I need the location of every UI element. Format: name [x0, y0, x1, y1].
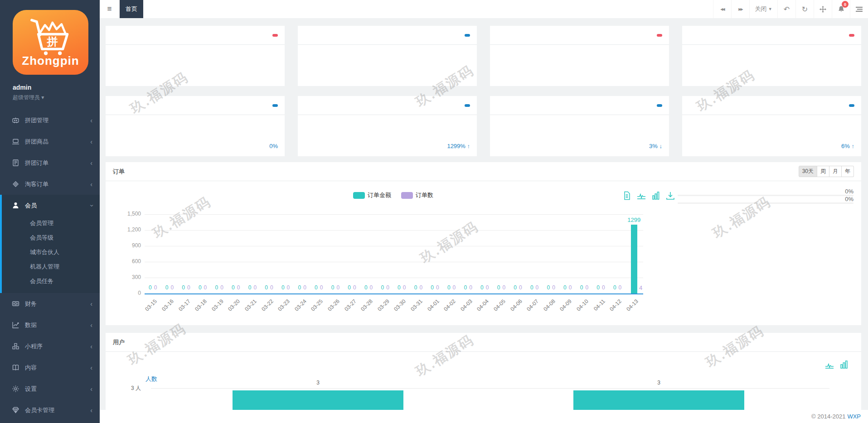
bar-value-labels: 00	[281, 284, 290, 291]
legend-item-订单金额[interactable]: 订单金额	[353, 191, 391, 199]
stat-card-0	[106, 26, 285, 86]
line-chart-toggle-icon[interactable]	[825, 360, 834, 369]
sidebar-subitem-机器人管理[interactable]: 机器人管理	[2, 260, 100, 274]
switch-line-icon[interactable]	[637, 191, 646, 200]
chevron-left-icon: ‹	[90, 322, 92, 329]
chart-toolbox	[622, 191, 675, 200]
legend-label: 订单金额	[368, 191, 391, 199]
user-panel-title: 用户	[113, 338, 125, 346]
move-arrows-icon	[820, 6, 826, 13]
status-badge	[657, 34, 662, 37]
refresh-icon: ↻	[802, 5, 808, 14]
sidebar-item-设置[interactable]: 设置‹	[0, 378, 100, 399]
brand-link[interactable]: WXP	[847, 413, 861, 420]
money-icon	[12, 300, 19, 308]
y-axis-tick: 0	[116, 290, 141, 296]
menu-block-6: 数据‹	[0, 314, 100, 336]
user-chart-legend[interactable]: 人数	[145, 375, 157, 383]
chevron-left-icon: ‹	[90, 385, 92, 393]
sidebar-toggle-button[interactable]: ≡	[100, 0, 120, 18]
order-panel-header: 订单 30天周月年	[106, 162, 861, 181]
legend-swatch	[401, 192, 413, 199]
stat-card-percent: 1299% ↑	[447, 143, 470, 149]
chevron-left-icon: ‹	[90, 159, 92, 167]
stat-card-2	[490, 26, 669, 86]
gridline	[145, 278, 643, 278]
sidebar-item-拼团订单[interactable]: 拼团订单‹	[0, 152, 100, 173]
sidebar-subitem-会员任务[interactable]: 会员任务	[2, 274, 100, 288]
sidebar-item-财务[interactable]: 财务‹	[0, 293, 100, 314]
sidebar-item-小程序[interactable]: 小程序‹	[0, 336, 100, 357]
sidebar-item-内容[interactable]: 内容‹	[0, 357, 100, 378]
status-badge	[849, 104, 854, 107]
topbar: ≡ 首页 ◀◀ ▶▶ 关闭 ▼ ↶ ↻ 0	[100, 0, 868, 18]
submenu-会员: 会员管理会员等级城市合伙人机器人管理会员任务	[2, 216, 100, 293]
tab-home[interactable]: 首页	[120, 0, 143, 18]
user-name: admin	[13, 84, 100, 91]
y-axis-tick: 1,500	[116, 211, 141, 217]
sidebar-item-label: 内容	[25, 364, 37, 372]
main-content: 0%1299% ↑3% ↓6% ↑ 订单 30天周月年 订单金额订单数03006…	[100, 18, 868, 423]
chevron-left-icon: ‹	[90, 407, 92, 414]
double-right-icon: ▶▶	[738, 7, 742, 11]
footer: © 2014-2021 WXP	[100, 410, 868, 423]
stat-card-header	[490, 26, 669, 45]
bar-value-labels: 00	[480, 284, 489, 291]
stat-card-body: 6% ↑	[682, 115, 861, 156]
sidebar-item-会员[interactable]: 会员‹	[2, 195, 100, 216]
legend-item-订单数[interactable]: 订单数	[401, 191, 433, 199]
layout-list-button[interactable]	[850, 0, 868, 18]
bar-value-labels: 00	[248, 284, 257, 291]
bar-value-labels: 00	[315, 284, 323, 291]
scroll-tabs-right-button[interactable]: ▶▶	[731, 0, 749, 18]
sidebar-item-label: 小程序	[25, 342, 43, 351]
sidebar-subitem-会员管理[interactable]: 会员管理	[2, 216, 100, 231]
undo-icon: ↶	[784, 5, 790, 14]
stat-card-4: 0%	[106, 96, 285, 156]
side-stat-progressbar	[678, 195, 853, 196]
scroll-tabs-left-button[interactable]: ◀◀	[713, 0, 731, 18]
order-count-label: 4	[639, 284, 642, 291]
user-role-dropdown[interactable]: 超级管理员 ▾	[13, 94, 100, 101]
laptop-icon	[12, 138, 19, 145]
menu-block-10: 会员卡管理‹	[0, 399, 100, 421]
legend-label: 订单数	[416, 191, 433, 199]
order-panel: 订单 30天周月年 订单金额订单数03006009001,2001,500000…	[106, 162, 861, 325]
bar-value-labels: 00	[182, 284, 190, 291]
stat-card-header	[682, 96, 861, 115]
range-button-月[interactable]: 月	[829, 166, 842, 177]
back-button[interactable]: ↶	[777, 0, 795, 18]
range-button-年[interactable]: 年	[842, 166, 854, 177]
sidebar-item-数据[interactable]: 数据‹	[0, 314, 100, 336]
close-tabs-dropdown[interactable]: 关闭 ▼	[749, 0, 777, 18]
fullscreen-button[interactable]	[814, 0, 832, 18]
download-icon[interactable]	[666, 191, 675, 200]
hamburger-icon: ≡	[107, 5, 112, 14]
bar-chart-toggle-icon[interactable]	[839, 360, 849, 369]
sidebar-item-拼团商品[interactable]: 拼团商品‹	[0, 131, 100, 152]
bar-value-labels: 00	[199, 284, 207, 291]
range-button-周[interactable]: 周	[817, 166, 829, 177]
bar-value-labels: 00	[563, 284, 572, 291]
sidebar-subitem-城市合伙人[interactable]: 城市合伙人	[2, 245, 100, 260]
switch-bar-icon[interactable]	[651, 191, 660, 200]
chevron-left-icon: ‹	[90, 138, 92, 145]
range-button-30天[interactable]: 30天	[799, 166, 817, 177]
refresh-button[interactable]: ↻	[795, 0, 814, 18]
sidebar-item-拼团管理[interactable]: 拼团管理‹	[0, 110, 100, 131]
status-badge	[849, 34, 854, 37]
sidebar-item-label: 淘客订单	[25, 180, 48, 188]
chevron-left-icon: ‹	[90, 343, 92, 350]
chart-legend: 订单金额订单数	[353, 191, 433, 199]
sidebar-subitem-会员等级[interactable]: 会员等级	[2, 231, 100, 245]
sidebar-item-淘客订单[interactable]: 淘客订单‹	[0, 173, 100, 195]
book-icon	[12, 364, 19, 371]
sidebar-item-会员卡管理[interactable]: 会员卡管理‹	[0, 399, 100, 421]
brand-logo[interactable]: 拼 Zhongpin	[13, 10, 88, 75]
data-view-icon[interactable]	[622, 191, 631, 200]
side-stat-progressbar	[678, 202, 853, 204]
bar-value-labels: 00	[547, 284, 555, 291]
list-bars-icon	[856, 6, 863, 12]
notifications-button[interactable]: 0	[832, 0, 850, 18]
gridline	[145, 246, 643, 246]
